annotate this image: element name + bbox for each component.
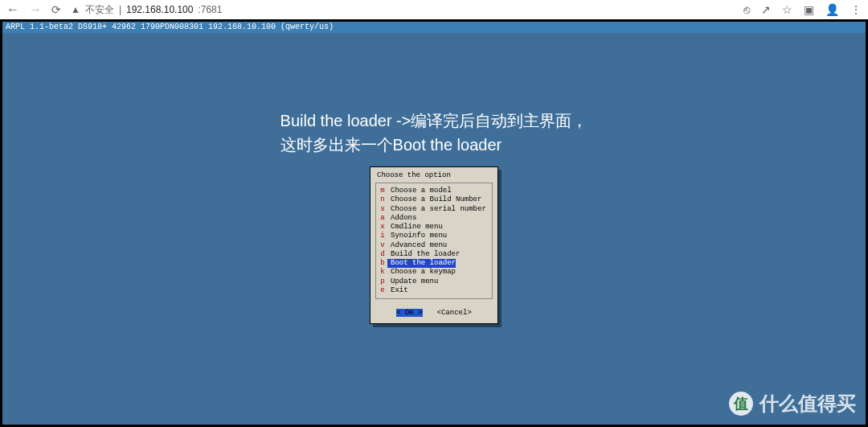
ok-button[interactable]: < OK > bbox=[396, 309, 422, 317]
menu-item-label: Choose a model bbox=[387, 187, 452, 195]
profile-icon[interactable]: 👤 bbox=[825, 3, 839, 16]
menu-item-label: Addons bbox=[387, 214, 416, 223]
forward-button[interactable]: → bbox=[29, 2, 42, 17]
menu-item[interactable]: iSynoinfo menu bbox=[378, 232, 490, 240]
menu-item-key: i bbox=[378, 232, 387, 240]
back-button[interactable]: ← bbox=[6, 2, 19, 17]
menu-item-key: p bbox=[378, 277, 387, 286]
menu-item-label: Boot the loader bbox=[387, 259, 456, 268]
address-bar[interactable]: ▲ 不安全 | 192.168.10.100:7681 bbox=[71, 3, 734, 17]
extensions-icon[interactable]: ▣ bbox=[804, 3, 814, 16]
menu-item[interactable]: vAdvanced menu bbox=[378, 241, 490, 250]
status-text: ARPL 1.1-beta2 DS918+ 42962 1790PDN00830… bbox=[6, 23, 334, 31]
menu-item[interactable]: mChoose a model bbox=[378, 187, 490, 195]
menu-item-label: Advanced menu bbox=[387, 241, 447, 250]
insecure-label: 不安全 bbox=[85, 3, 114, 17]
menu-item[interactable]: pUpdate menu bbox=[378, 277, 490, 286]
cancel-button[interactable]: <Cancel> bbox=[437, 309, 472, 317]
menu-item-label: Choose a serial number bbox=[387, 205, 486, 214]
watermark: 值 什么值得买 bbox=[729, 391, 856, 417]
overlay-caption: Build the loader ->编译完后自动到主界面， 这时多出来一个Bo… bbox=[280, 109, 588, 157]
menu-item[interactable]: kChoose a keymap bbox=[378, 268, 490, 277]
menu-item[interactable]: bBoot the loader bbox=[378, 259, 490, 268]
browser-right-icons: ⎋ ↗ ☆ ▣ 👤 ⋮ bbox=[743, 3, 862, 16]
menu-item[interactable]: dBuild the loader bbox=[378, 250, 490, 259]
menu-item-label: Update menu bbox=[387, 277, 438, 286]
menu-item-label: Build the loader bbox=[387, 250, 460, 259]
menu-item[interactable]: sChoose a serial number bbox=[378, 205, 490, 214]
menu-item-label: Synoinfo menu bbox=[387, 232, 447, 240]
browser-toolbar: ← → ⟳ ▲ 不安全 | 192.168.10.100:7681 ⎋ ↗ ☆ … bbox=[0, 0, 868, 19]
dialog-menu: mChoose a modelnChoose a Build NumbersCh… bbox=[375, 183, 493, 299]
terminal-background: ARPL 1.1-beta2 DS918+ 42962 1790PDN00830… bbox=[2, 22, 866, 425]
bookmark-icon[interactable]: ☆ bbox=[782, 3, 792, 16]
menu-item-label: Choose a Build Number bbox=[387, 195, 481, 204]
menu-item-label: Choose a keymap bbox=[387, 268, 456, 277]
share-icon[interactable]: ↗ bbox=[761, 3, 771, 16]
menu-item-key: n bbox=[378, 195, 387, 204]
menu-item-key: s bbox=[378, 205, 387, 214]
menu-item-key: k bbox=[378, 268, 387, 277]
menu-item-key: a bbox=[378, 214, 387, 223]
dialog-title: Choose the option bbox=[371, 167, 497, 181]
page-content: ARPL 1.1-beta2 DS918+ 42962 1790PDN00830… bbox=[0, 19, 868, 427]
menu-item-key: m bbox=[378, 187, 387, 195]
menu-item-label: Cmdline menu bbox=[387, 223, 443, 232]
insecure-icon: ▲ bbox=[71, 4, 80, 15]
caption-line-2: 这时多出来一个Boot the loader bbox=[280, 133, 588, 157]
menu-icon[interactable]: ⋮ bbox=[850, 3, 862, 16]
menu-item[interactable]: aAddons bbox=[378, 214, 490, 223]
caption-line-1: Build the loader ->编译完后自动到主界面， bbox=[280, 109, 588, 133]
menu-item-key: x bbox=[378, 223, 387, 232]
menu-item-key: d bbox=[378, 250, 387, 259]
menu-item[interactable]: nChoose a Build Number bbox=[378, 195, 490, 204]
option-dialog: Choose the option mChoose a modelnChoose… bbox=[370, 166, 498, 324]
reload-button[interactable]: ⟳ bbox=[51, 3, 61, 16]
url-port: :7681 bbox=[198, 4, 222, 15]
translate-icon[interactable]: ⎋ bbox=[743, 3, 750, 16]
url-host: 192.168.10.100 bbox=[126, 4, 193, 15]
menu-item-label: Exit bbox=[387, 286, 408, 295]
menu-item[interactable]: eExit bbox=[378, 286, 490, 295]
menu-item-key: v bbox=[378, 241, 387, 250]
watermark-text: 什么值得买 bbox=[760, 391, 856, 417]
menu-item-key: e bbox=[378, 286, 387, 295]
menu-item[interactable]: xCmdline menu bbox=[378, 223, 490, 232]
terminal-status-bar: ARPL 1.1-beta2 DS918+ 42962 1790PDN00830… bbox=[2, 22, 866, 33]
dialog-buttons: < OK > <Cancel> bbox=[371, 304, 497, 323]
watermark-badge: 值 bbox=[729, 392, 753, 416]
menu-item-key: b bbox=[378, 259, 387, 268]
